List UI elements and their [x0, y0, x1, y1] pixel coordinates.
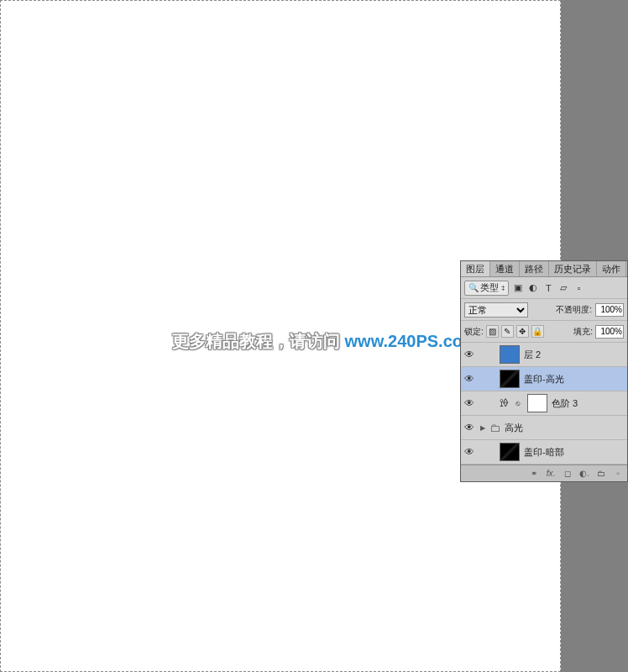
blend-mode-select[interactable]: 正常 [464, 302, 528, 318]
layers-panel: 图层 通道 路径 历史记录 动作 🔍 类型 ‡ ▣ ◐ T ▱ ▫ 正常 不透明… [460, 260, 628, 482]
search-icon: 🔍 [468, 283, 479, 292]
opacity-input[interactable] [595, 303, 624, 317]
layer-name[interactable]: 高光 [505, 422, 523, 434]
panel-tabs: 图层 通道 路径 历史记录 动作 [461, 261, 627, 277]
visibility-icon[interactable]: 👁 [463, 373, 476, 385]
lock-pixels-icon[interactable]: ✎ [501, 325, 514, 338]
lock-row: 锁定: ▨ ✎ ✥ 🔒 填充: [461, 321, 627, 343]
filter-type-icon[interactable]: T [542, 282, 554, 294]
adjust-layer-icon[interactable]: ◐. [578, 469, 590, 478]
mask-icon[interactable]: ◻ [562, 469, 573, 478]
layer-thumbnail[interactable] [500, 345, 520, 364]
tab-history[interactable]: 历史记录 [549, 261, 597, 276]
layer-name[interactable]: 盖印-高光 [524, 373, 564, 386]
mask-thumbnail[interactable] [527, 394, 547, 412]
filter-kind-label: 类型 [480, 281, 499, 294]
tab-paths[interactable]: 路径 [520, 261, 549, 276]
watermark-text: 更多精品教程，请访问 www.240PS.com [172, 330, 478, 353]
visibility-icon[interactable]: 👁 [463, 446, 476, 458]
dropdown-icon: ‡ [501, 284, 505, 291]
lock-all-icon[interactable]: 🔒 [531, 325, 544, 338]
folder-icon: 🗀 [489, 422, 500, 434]
layer-row[interactable]: 👁 盖印-暗部 [461, 440, 627, 465]
visibility-icon[interactable]: 👁 [463, 349, 476, 360]
visibility-icon[interactable]: 👁 [463, 397, 476, 409]
visibility-icon[interactable]: 👁 [463, 422, 476, 433]
filter-adjust-icon[interactable]: ◐ [527, 282, 539, 294]
blend-row: 正常 不透明度: [461, 299, 627, 321]
fx-icon[interactable]: fx. [545, 469, 557, 478]
fill-label: 填充: [573, 326, 593, 338]
tab-layers[interactable]: 图层 [461, 261, 490, 276]
panel-footer: ⚭ fx. ◻ ◐. 🗀 ▫ [461, 465, 627, 481]
lock-position-icon[interactable]: ✥ [516, 325, 529, 338]
filter-row: 🔍 类型 ‡ ▣ ◐ T ▱ ▫ [461, 277, 627, 299]
layer-name[interactable]: 层 2 [524, 349, 541, 361]
watermark-label: 更多精品教程，请访问 [172, 332, 345, 350]
layer-thumbnail[interactable] [500, 370, 520, 388]
fill-input[interactable] [595, 325, 624, 339]
levels-adjust-icon: ⟟⟠ [500, 396, 507, 410]
filter-smart-icon[interactable]: ▫ [573, 282, 584, 294]
lock-transparent-icon[interactable]: ▨ [486, 325, 499, 338]
filter-pixel-icon[interactable]: ▣ [512, 282, 524, 294]
lock-label: 锁定: [464, 326, 484, 338]
opacity-label: 不透明度: [556, 304, 592, 316]
layer-row[interactable]: 👁 ▶ 🗀 高光 [461, 416, 627, 440]
layer-name[interactable]: 色阶 3 [552, 397, 578, 410]
link-layers-icon[interactable]: ⚭ [528, 469, 540, 478]
expand-icon[interactable]: ▶ [480, 424, 485, 432]
new-group-icon[interactable]: 🗀 [595, 469, 607, 478]
link-icon: ⎋ [511, 397, 523, 409]
layer-row-selected[interactable]: 👁 盖印-高光 [461, 367, 627, 391]
layer-thumbnail[interactable] [500, 443, 520, 461]
tab-actions[interactable]: 动作 [597, 261, 626, 276]
layer-row[interactable]: 👁 ⟟⟠ ⎋ 色阶 3 [461, 391, 627, 416]
tab-channels[interactable]: 通道 [490, 261, 520, 276]
layers-list: 👁 层 2 👁 盖印-高光 👁 ⟟⟠ ⎋ 色阶 3 👁 ▶ 🗀 高光 👁 [461, 343, 627, 465]
watermark-url: www.240PS.com [345, 332, 478, 350]
filter-kind-select[interactable]: 🔍 类型 ‡ [464, 281, 509, 296]
layer-row[interactable]: 👁 层 2 [461, 343, 627, 367]
layer-name[interactable]: 盖印-暗部 [524, 446, 564, 459]
filter-shape-icon[interactable]: ▱ [557, 282, 569, 294]
new-layer-icon[interactable]: ▫ [612, 469, 624, 478]
